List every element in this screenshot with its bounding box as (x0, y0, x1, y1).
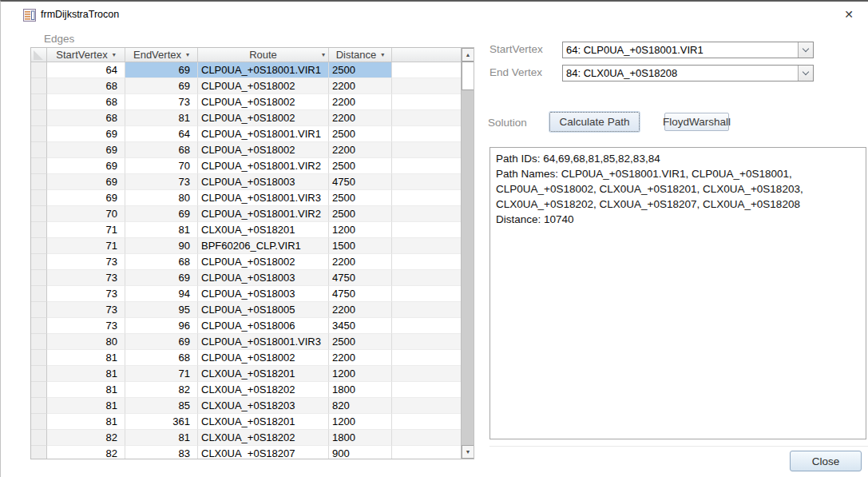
table-row[interactable]: 8283CLX0UA_+0S18207900 (31, 446, 462, 459)
cell-startvertex[interactable]: 64 (47, 62, 125, 78)
table-row[interactable]: 81361CLX0UA_+0S182011200 (31, 414, 462, 430)
close-button[interactable]: Close (790, 451, 862, 471)
cell-route[interactable]: CLX0UA_+0S18203 (198, 398, 329, 414)
table-row[interactable]: 6964CLP0UA_+0S18001.VIR12500 (31, 126, 462, 142)
cell-distance[interactable]: 1800 (329, 382, 392, 398)
cell-endvertex[interactable]: 96 (125, 318, 198, 334)
cell-route[interactable]: CLX0UA_+0S18201 (198, 222, 329, 238)
column-header-startvertex[interactable]: StartVertex ▾ (47, 48, 125, 62)
row-selector[interactable] (31, 62, 47, 78)
cell-route[interactable]: CLX0UA_+0S18202 (198, 382, 329, 398)
start-vertex-dropdown-button[interactable] (798, 42, 813, 58)
table-row[interactable]: 7368CLP0UA_+0S180022200 (31, 254, 462, 270)
cell-route[interactable]: CLX0UA_+0S18202 (198, 430, 329, 446)
cell-route[interactable]: CLP0UA_+0S18005 (198, 302, 329, 318)
cell-endvertex[interactable]: 70 (125, 158, 198, 174)
column-header-route[interactable]: Route ▾ (198, 48, 329, 62)
column-header-distance[interactable]: Distance ▾ (329, 48, 392, 62)
cell-route[interactable]: CLP0UA_+0S18002 (198, 78, 329, 94)
cell-startvertex[interactable]: 68 (47, 78, 125, 94)
row-selector[interactable] (31, 270, 47, 286)
row-selector[interactable] (31, 334, 47, 350)
cell-route[interactable]: CLP0UA_+0S18003 (198, 270, 329, 286)
cell-route[interactable]: CLX0UA_+0S18201 (198, 366, 329, 382)
table-row[interactable]: 7181CLX0UA_+0S182011200 (31, 222, 462, 238)
table-row[interactable]: 8069CLP0UA_+0S18001.VIR32500 (31, 334, 462, 350)
table-row[interactable]: 8171CLX0UA_+0S182011200 (31, 366, 462, 382)
cell-startvertex[interactable]: 71 (47, 238, 125, 254)
cell-endvertex[interactable]: 68 (125, 142, 198, 158)
cell-route[interactable]: CLP0UA_+0S18002 (198, 142, 329, 158)
row-selector[interactable] (31, 254, 47, 270)
cell-startvertex[interactable]: 69 (47, 158, 125, 174)
table-row[interactable]: 7069CLP0UA_+0S18001.VIR22500 (31, 206, 462, 222)
cell-route[interactable]: CLX0UA_+0S18207 (198, 446, 329, 459)
vertical-scrollbar[interactable]: ▲ ▼ (461, 48, 474, 459)
cell-startvertex[interactable]: 73 (47, 270, 125, 286)
cell-distance[interactable]: 3450 (329, 318, 392, 334)
cell-route[interactable]: CLP0UA_+0S18001.VIR3 (198, 334, 329, 350)
row-selector[interactable] (31, 222, 47, 238)
cell-startvertex[interactable]: 69 (47, 190, 125, 206)
cell-startvertex[interactable]: 69 (47, 174, 125, 190)
cell-endvertex[interactable]: 68 (125, 254, 198, 270)
row-selector[interactable] (31, 126, 47, 142)
row-selector[interactable] (31, 382, 47, 398)
row-selector[interactable] (31, 318, 47, 334)
cell-endvertex[interactable]: 73 (125, 174, 198, 190)
cell-endvertex[interactable]: 68 (125, 350, 198, 366)
cell-distance[interactable]: 2500 (329, 190, 392, 206)
cell-startvertex[interactable]: 81 (47, 414, 125, 430)
cell-distance[interactable]: 1800 (329, 430, 392, 446)
table-row[interactable]: 8185CLX0UA_+0S18203820 (31, 398, 462, 414)
cell-startvertex[interactable]: 73 (47, 302, 125, 318)
row-selector[interactable] (31, 430, 47, 446)
cell-endvertex[interactable]: 81 (125, 430, 198, 446)
cell-endvertex[interactable]: 73 (125, 94, 198, 110)
cell-endvertex[interactable]: 90 (125, 238, 198, 254)
cell-route[interactable]: CLP0UA_+0S18001.VIR1 (198, 126, 329, 142)
row-selector[interactable] (31, 78, 47, 94)
row-selector[interactable] (31, 350, 47, 366)
cell-distance[interactable]: 2200 (329, 350, 392, 366)
cell-distance[interactable]: 2500 (329, 126, 392, 142)
table-row[interactable]: 7396CLP0UA_+0S180063450 (31, 318, 462, 334)
cell-endvertex[interactable]: 81 (125, 110, 198, 126)
cell-startvertex[interactable]: 81 (47, 350, 125, 366)
cell-route[interactable]: BPF60206_CLP.VIR1 (198, 238, 329, 254)
filter-arrow-icon[interactable]: ▾ (186, 52, 189, 58)
cell-route[interactable]: CLP0UA_+0S18001.VIR2 (198, 206, 329, 222)
table-row[interactable]: 7190BPF60206_CLP.VIR11500 (31, 238, 462, 254)
filter-arrow-icon[interactable]: ▾ (113, 52, 116, 58)
table-row[interactable]: 6869CLP0UA_+0S180022200 (31, 78, 462, 94)
cell-endvertex[interactable]: 69 (125, 270, 198, 286)
cell-distance[interactable]: 4750 (329, 270, 392, 286)
row-selector[interactable] (31, 286, 47, 302)
cell-route[interactable]: CLP0UA_+0S18001.VIR2 (198, 158, 329, 174)
cell-distance[interactable]: 4750 (329, 174, 392, 190)
cell-distance[interactable]: 2200 (329, 110, 392, 126)
cell-startvertex[interactable]: 80 (47, 334, 125, 350)
table-row[interactable]: 8168CLP0UA_+0S180022200 (31, 350, 462, 366)
cell-endvertex[interactable]: 80 (125, 190, 198, 206)
cell-startvertex[interactable]: 82 (47, 430, 125, 446)
cell-distance[interactable]: 2200 (329, 254, 392, 270)
cell-endvertex[interactable]: 69 (125, 334, 198, 350)
row-selector[interactable] (31, 206, 47, 222)
solution-textbox[interactable]: Path IDs: 64,69,68,81,85,82,83,84 Path N… (489, 147, 866, 439)
calculate-path-button[interactable]: Calculate Path (549, 112, 640, 132)
table-row[interactable]: 6469CLP0UA_+0S18001.VIR12500 (31, 62, 462, 78)
end-vertex-dropdown-button[interactable] (798, 66, 813, 81)
row-selector[interactable] (31, 446, 47, 459)
cell-route[interactable]: CLP0UA_+0S18001.VIR3 (198, 190, 329, 206)
cell-startvertex[interactable]: 70 (47, 206, 125, 222)
cell-startvertex[interactable]: 82 (47, 446, 125, 459)
cell-distance[interactable]: 2500 (329, 62, 392, 78)
cell-startvertex[interactable]: 81 (47, 398, 125, 414)
cell-route[interactable]: CLP0UA_+0S18002 (198, 254, 329, 270)
floyd-warshall-button[interactable]: FloydWarshall (664, 113, 729, 131)
close-window-icon[interactable]: ✕ (838, 5, 859, 24)
cell-route[interactable]: CLP0UA_+0S18006 (198, 318, 329, 334)
cell-endvertex[interactable]: 361 (125, 414, 198, 430)
table-row[interactable]: 7369CLP0UA_+0S180034750 (31, 270, 462, 286)
